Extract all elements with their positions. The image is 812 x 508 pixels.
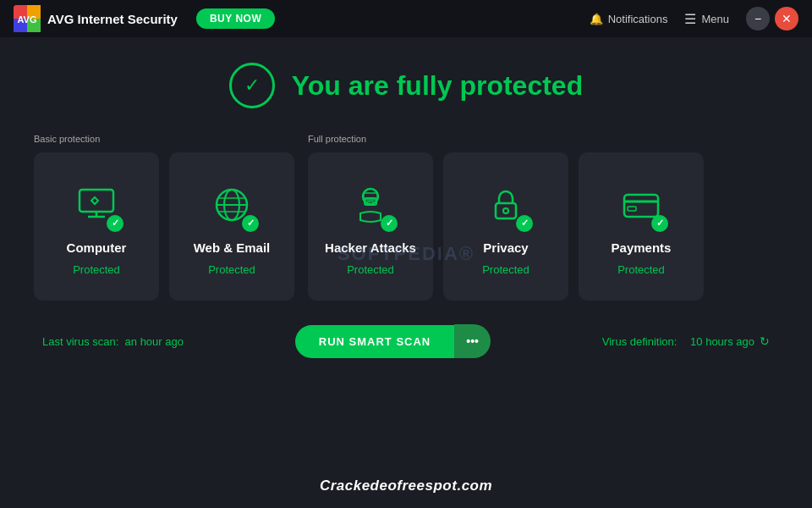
payments-card-title: Payments (612, 240, 672, 255)
payments-icon-wrapper: ✓ (614, 178, 668, 232)
titlebar-right: 🔔 Notifications ☰ Menu − ✕ (590, 7, 798, 30)
full-cards-row: ✓ Hacker Attacks Protected ✓ (308, 152, 704, 301)
scan-bar: Last virus scan: an hour ago RUN SMART S… (34, 324, 778, 358)
notifications-label: Notifications (608, 13, 668, 25)
privacy-card-status: Protected (482, 263, 529, 276)
main-content: ✓ You are fully protected Basic protecti… (0, 37, 812, 375)
last-scan-value: an hour ago (125, 335, 184, 348)
svg-rect-6 (80, 190, 113, 212)
privacy-card[interactable]: ✓ Privacy Protected (443, 152, 568, 301)
full-section-label: Full protection (308, 134, 704, 144)
computer-card-title: Computer (67, 240, 127, 255)
menu-label: Menu (701, 13, 729, 25)
hacker-check-badge: ✓ (381, 215, 398, 232)
refresh-icon[interactable]: ↻ (760, 334, 770, 348)
hacker-icon-wrapper: ✓ (343, 178, 398, 232)
checkmark-icon: ✓ (244, 75, 260, 97)
app-title: AVG Internet Security (47, 12, 178, 26)
web-email-card[interactable]: ✓ Web & Email Protected (169, 152, 294, 301)
status-section: ✓ You are fully protected (34, 63, 778, 108)
web-email-check-badge: ✓ (242, 215, 259, 232)
privacy-check-badge: ✓ (516, 215, 533, 232)
computer-check-badge: ✓ (107, 215, 123, 232)
virus-definition: Virus definition: 10 hours ago ↻ (602, 334, 770, 348)
scan-more-button[interactable]: ••• (454, 324, 491, 358)
basic-section-label: Basic protection (34, 134, 294, 144)
svg-text:AVG: AVG (17, 14, 36, 25)
payments-card-status: Protected (617, 263, 665, 276)
buy-now-button[interactable]: BUY NOW (196, 8, 275, 29)
notifications-button[interactable]: 🔔 Notifications (590, 13, 668, 25)
window-controls: − ✕ (746, 7, 798, 30)
status-circle: ✓ (229, 63, 275, 108)
scan-buttons: RUN SMART SCAN ••• (295, 324, 491, 358)
menu-button[interactable]: ☰ Menu (684, 11, 729, 27)
basic-protection-group: Basic protection ✓ Computer Protec (34, 134, 294, 301)
run-smart-scan-button[interactable]: RUN SMART SCAN (295, 325, 454, 358)
web-email-card-status: Protected (208, 263, 255, 276)
computer-card-status: Protected (73, 263, 120, 276)
svg-point-19 (503, 208, 508, 213)
virus-def-value: 10 hours ago (690, 335, 754, 348)
bell-icon: 🔔 (590, 13, 603, 25)
logo-area: AVG AVG Internet Security BUY NOW (14, 5, 275, 32)
watermark-text: Crackedeofreespot.com (320, 478, 492, 494)
privacy-icon-wrapper: ✓ (479, 178, 533, 232)
svg-rect-18 (496, 203, 516, 218)
status-text-plain: You are (292, 70, 389, 101)
last-scan-label: Last virus scan: (42, 335, 118, 348)
web-email-card-title: Web & Email (194, 240, 271, 255)
avg-logo-icon: AVG (14, 5, 41, 32)
payments-check-badge: ✓ (651, 215, 668, 232)
virus-def-label: Virus definition: (602, 335, 678, 348)
computer-icon-wrapper: ✓ (69, 178, 123, 232)
svg-rect-22 (628, 207, 636, 211)
cards-wrapper: Basic protection ✓ Computer Protec (34, 134, 778, 301)
hacker-attacks-card-title: Hacker Attacks (325, 240, 416, 255)
full-protection-group: Full protection ✓ (308, 134, 704, 301)
titlebar: AVG AVG Internet Security BUY NOW 🔔 Noti… (0, 0, 812, 37)
status-text-highlight: fully protected (397, 70, 583, 101)
privacy-card-title: Privacy (483, 240, 528, 255)
svg-rect-20 (624, 195, 658, 217)
status-text: You are fully protected (292, 70, 583, 102)
minimize-button[interactable]: − (746, 7, 770, 30)
payments-card[interactable]: ✓ Payments Protected (579, 152, 704, 301)
basic-cards-row: ✓ Computer Protected (34, 152, 294, 301)
web-email-icon-wrapper: ✓ (205, 178, 259, 232)
hacker-attacks-card[interactable]: ✓ Hacker Attacks Protected (308, 152, 433, 301)
close-button[interactable]: ✕ (775, 7, 798, 30)
computer-card[interactable]: ✓ Computer Protected (34, 152, 159, 301)
menu-lines-icon: ☰ (684, 11, 696, 27)
last-scan: Last virus scan: an hour ago (42, 335, 184, 348)
hacker-attacks-card-status: Protected (347, 263, 394, 276)
